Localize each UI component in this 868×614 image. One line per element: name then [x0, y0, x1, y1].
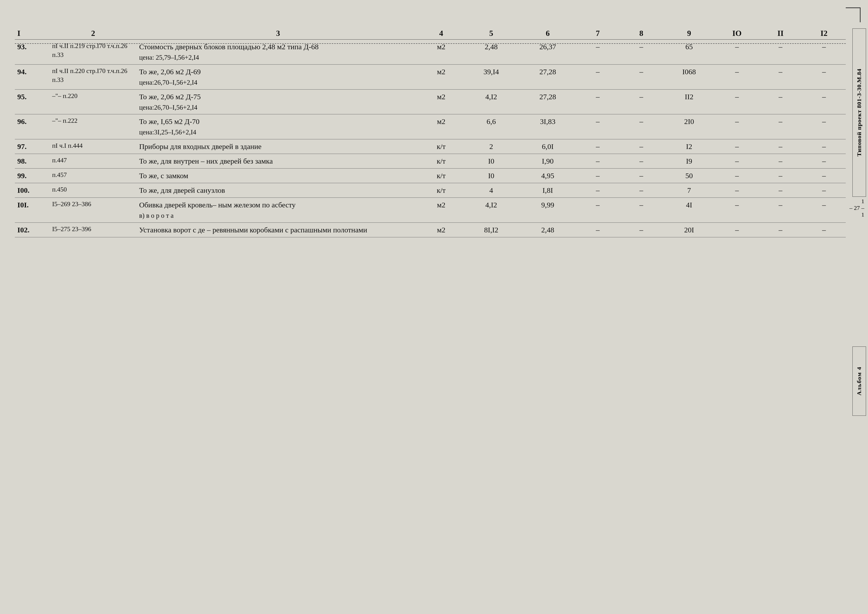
row-col10: –	[715, 40, 759, 65]
row-ref: I5–275 23–396	[50, 222, 137, 237]
row-desc-main: Приборы для входных дверей в здание	[139, 141, 417, 152]
row-desc-sub: в) в о р о т а	[139, 211, 417, 221]
row-desc: Установка ворот с де – ревянными коробка…	[136, 222, 419, 237]
row-col11: –	[759, 183, 802, 198]
row-unit: к/т	[420, 168, 463, 183]
row-col9: 50	[663, 168, 715, 183]
row-col9: 2I0	[663, 114, 715, 139]
typovoy-proekt-box: Типовой проект 801-3-30.М.84	[852, 28, 866, 197]
row-col6: 26,37	[519, 40, 576, 65]
row-col6: 9,99	[519, 198, 576, 223]
col-header-4: 4	[420, 27, 463, 40]
row-col8: –	[619, 154, 663, 168]
row-desc-sub: цена:3I,25–I,56+2,I4	[139, 128, 417, 137]
row-col12: –	[802, 198, 846, 223]
col-header-11: II	[759, 27, 802, 40]
note-line1: 1	[849, 198, 864, 205]
typovoy-proekt-label: Типовой проект 801-3-30.М.84	[856, 68, 863, 156]
row-number: I00.	[15, 183, 50, 198]
row-col8: –	[619, 222, 663, 237]
row-col11: –	[759, 64, 802, 89]
row-col11: –	[759, 114, 802, 139]
row-col9: 4I	[663, 198, 715, 223]
row-col6: 4,95	[519, 168, 576, 183]
row-desc-main: То же, I,65 м2 Д-70	[139, 116, 417, 127]
main-table: I 2 3 4 5 6 7 8 9 IO II I2 93. пI ч.II п…	[15, 27, 846, 237]
col-header-12: I2	[802, 27, 846, 40]
row-col12: –	[802, 139, 846, 154]
data-table: I 2 3 4 5 6 7 8 9 IO II I2 93. пI ч.II п…	[15, 27, 846, 237]
row-ref: п.457	[50, 168, 137, 183]
row-col12: –	[802, 89, 846, 114]
row-number: 93.	[15, 40, 50, 65]
row-number: 96.	[15, 114, 50, 139]
row-number: 97.	[15, 139, 50, 154]
row-unit: м2	[420, 64, 463, 89]
table-row: 97. пI ч.I п.444 Приборы для входных две…	[15, 139, 846, 154]
row-desc: То же, 2,06 м2 Д-69цена:26,70–I,56+2,I4	[136, 64, 419, 89]
row-col6: 2,48	[519, 222, 576, 237]
row-col12: –	[802, 64, 846, 89]
row-col6: 6,0I	[519, 139, 576, 154]
row-col9: 65	[663, 40, 715, 65]
row-unit: м2	[420, 198, 463, 223]
row-col10: –	[715, 64, 759, 89]
row-col5: I0	[463, 168, 519, 183]
row-desc: Обивка дверей кровель– ным железом по ас…	[136, 198, 419, 223]
album-label: Альбом 4	[856, 367, 863, 395]
row-col7: –	[576, 40, 620, 65]
row-col8: –	[619, 89, 663, 114]
row-col10: –	[715, 154, 759, 168]
row-unit: к/т	[420, 183, 463, 198]
row-desc-main: Установка ворот с де – ревянными коробка…	[139, 225, 417, 235]
row-col5: I0	[463, 154, 519, 168]
row-col5: 8I,I2	[463, 222, 519, 237]
row-col11: –	[759, 89, 802, 114]
row-col11: –	[759, 40, 802, 65]
row-desc-main: Стоимость дверных блоков площадью 2,48 м…	[139, 42, 417, 52]
row-col5: 39,I4	[463, 64, 519, 89]
note-line2: – 27 –	[849, 205, 864, 211]
row-col9: II2	[663, 89, 715, 114]
row-desc-main: То же, 2,06 м2 Д-69	[139, 67, 417, 77]
table-row: I0I. I5–269 23–386 Обивка дверей кровель…	[15, 198, 846, 223]
col-header-2: 2	[50, 27, 137, 40]
row-col9: I2	[663, 139, 715, 154]
row-col5: 6,6	[463, 114, 519, 139]
row-desc-sub: цена:26,70–I,56+2,I4	[139, 103, 417, 112]
table-row: I02. I5–275 23–396 Установка ворот с де …	[15, 222, 846, 237]
table-header-row: I 2 3 4 5 6 7 8 9 IO II I2	[15, 27, 846, 40]
row-col7: –	[576, 154, 620, 168]
row-col5: 2,48	[463, 40, 519, 65]
row-desc: То же, 2,06 м2 Д-75цена:26,70–I,56+2,I4	[136, 89, 419, 114]
row-col7: –	[576, 139, 620, 154]
row-col5: 4,I2	[463, 198, 519, 223]
row-desc: То же, с замком	[136, 168, 419, 183]
row-desc: Стоимость дверных блоков площадью 2,48 м…	[136, 40, 419, 65]
row-desc-main: То же, 2,06 м2 Д-75	[139, 92, 417, 102]
row-col8: –	[619, 198, 663, 223]
col-header-7: 7	[576, 27, 620, 40]
row-col6: 27,28	[519, 64, 576, 89]
row-col12: –	[802, 114, 846, 139]
row-col8: –	[619, 40, 663, 65]
row-col9: 20I	[663, 222, 715, 237]
row-unit: к/т	[420, 154, 463, 168]
table-row: 94. пI ч.II п.220 стр.I70 т.ч.п.26 п.33 …	[15, 64, 846, 89]
row-desc: То же, для дверей санузлов	[136, 183, 419, 198]
row-col7: –	[576, 198, 620, 223]
row-unit: м2	[420, 89, 463, 114]
row-desc: Приборы для входных дверей в здание	[136, 139, 419, 154]
row-unit: м2	[420, 40, 463, 65]
table-row: 93. пI ч.II п.219 стр.I70 т.ч.п.26 п.33 …	[15, 40, 846, 65]
row-unit: к/т	[420, 139, 463, 154]
row-col5: 4	[463, 183, 519, 198]
row-ref: п.447	[50, 154, 137, 168]
row-col7: –	[576, 64, 620, 89]
row-col10: –	[715, 222, 759, 237]
row-ref: пI ч.II п.219 стр.I70 т.ч.п.26 п.33	[50, 40, 137, 65]
col-header-1: I	[15, 27, 50, 40]
row-col11: –	[759, 154, 802, 168]
row-desc: То же, для внутрен – них дверей без замк…	[136, 154, 419, 168]
row-col7: –	[576, 114, 620, 139]
